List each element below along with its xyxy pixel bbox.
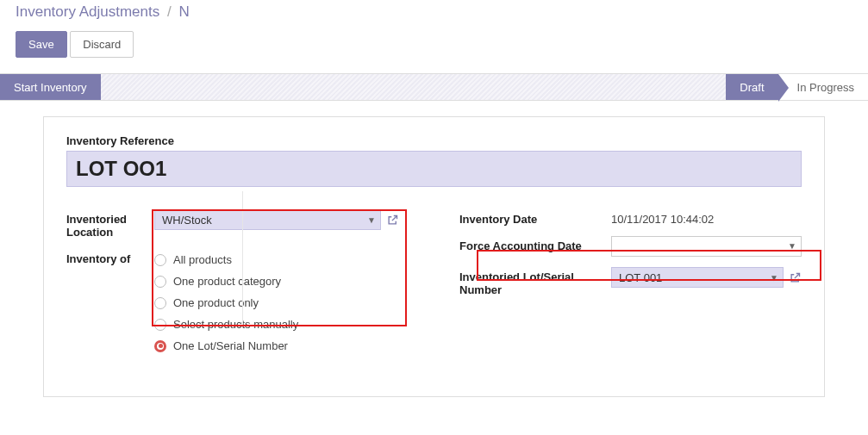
radio-icon <box>154 254 166 266</box>
inventoried-location-input[interactable] <box>154 209 381 230</box>
inventory-date-label: Inventory Date <box>459 209 611 226</box>
breadcrumb-current: N <box>178 3 189 20</box>
inventory-of-radio-group: All productsOne product categoryOne prod… <box>154 249 399 357</box>
inventory-reference-label: Inventory Reference <box>66 134 802 147</box>
start-inventory-button[interactable]: Start Inventory <box>0 74 101 100</box>
radio-icon <box>154 340 166 352</box>
external-link-icon[interactable] <box>789 271 802 284</box>
inventory-of-option[interactable]: One Lot/Serial Number <box>154 335 399 357</box>
status-draft[interactable]: Draft <box>726 74 777 100</box>
inventory-of-option[interactable]: One product category <box>154 270 399 292</box>
inventory-of-label: Inventory of <box>66 249 154 265</box>
breadcrumb-parent[interactable]: Inventory Adjustments <box>16 3 159 20</box>
status-bar: Start Inventory Draft In Progress <box>0 73 868 101</box>
inventory-of-option[interactable]: Select products manually <box>154 314 399 335</box>
inventory-of-option[interactable]: All products <box>154 249 399 270</box>
inventoried-lot-input[interactable] <box>611 267 784 288</box>
inventoried-location-label: Inventoried Location <box>66 209 154 239</box>
radio-label: All products <box>173 253 232 266</box>
radio-label: One product only <box>173 296 259 309</box>
inventory-date-value: 10/11/2017 10:44:02 <box>611 209 714 226</box>
status-in-progress[interactable]: In Progress <box>778 74 868 100</box>
inventoried-lot-select[interactable]: ▼ <box>611 267 784 288</box>
inventory-of-option[interactable]: One product only <box>154 292 399 314</box>
breadcrumb: Inventory Adjustments / N <box>16 0 852 29</box>
inventory-reference-input[interactable] <box>66 151 802 187</box>
save-button[interactable]: Save <box>16 31 67 58</box>
breadcrumb-separator: / <box>167 3 172 20</box>
inventoried-location-select[interactable]: ▼ <box>154 209 381 230</box>
force-accounting-date-label: Force Accounting Date <box>459 236 611 252</box>
radio-icon <box>154 319 166 331</box>
chevron-down-icon: ▼ <box>788 241 796 251</box>
radio-label: One product category <box>173 275 281 288</box>
discard-button[interactable]: Discard <box>70 31 134 58</box>
divider <box>242 191 243 326</box>
form-sheet: Inventory Reference Inventoried Location… <box>43 116 825 397</box>
external-link-icon[interactable] <box>386 214 399 227</box>
radio-icon <box>154 297 166 309</box>
radio-icon <box>154 276 166 288</box>
inventoried-lot-label: Inventoried Lot/Serial Number <box>459 267 611 296</box>
force-accounting-date-input[interactable]: ▼ <box>611 236 802 257</box>
radio-label: Select products manually <box>173 318 298 331</box>
radio-label: One Lot/Serial Number <box>173 339 288 352</box>
